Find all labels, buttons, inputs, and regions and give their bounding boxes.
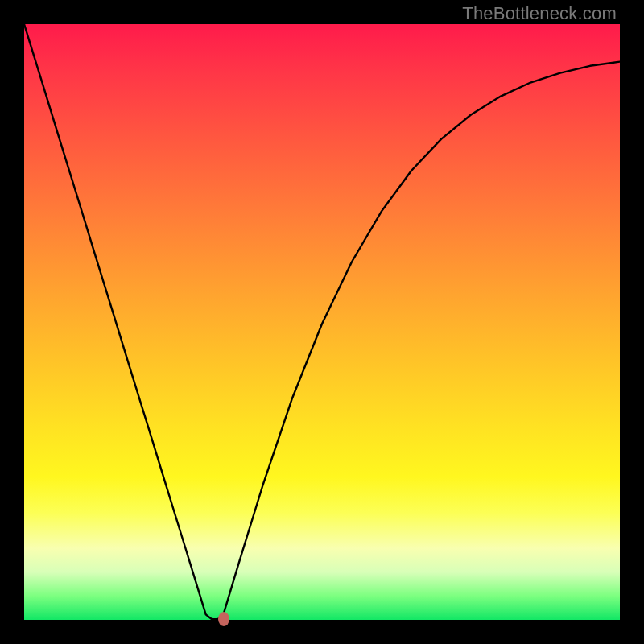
watermark-text: TheBottleneck.com <box>462 3 617 24</box>
bottleneck-curve <box>24 24 620 620</box>
plot-area <box>24 24 620 620</box>
optimum-marker-dot <box>218 612 229 626</box>
chart-frame: TheBottleneck.com <box>0 0 644 644</box>
